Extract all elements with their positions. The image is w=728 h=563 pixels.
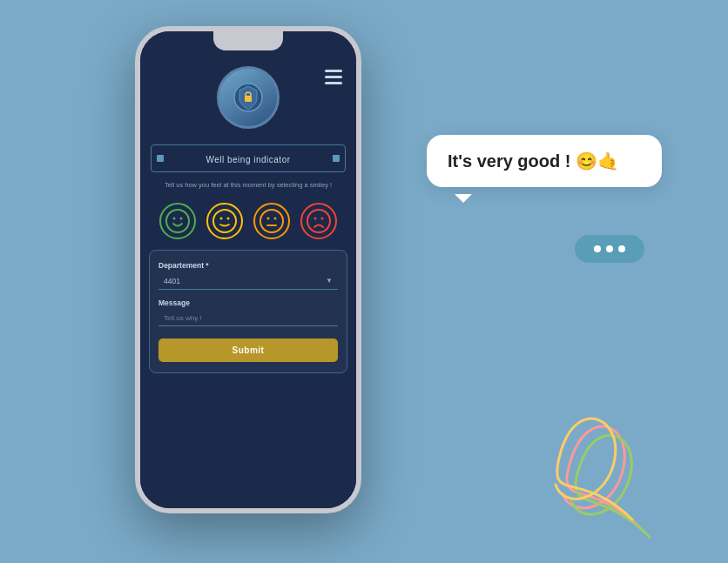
- avatar: [217, 66, 280, 129]
- svg-point-7: [220, 217, 223, 219]
- neutral-smile-face-icon: [212, 209, 237, 233]
- typing-indicator: [575, 235, 644, 263]
- svg-point-15: [321, 217, 324, 219]
- subtitle-text: Tell us how you feel at this moment by s…: [165, 181, 332, 191]
- svg-point-14: [314, 217, 317, 219]
- svg-point-4: [173, 217, 176, 219]
- svg-point-13: [307, 210, 330, 232]
- svg-point-8: [227, 217, 230, 219]
- speech-bubble-text: It's very good ! 😊🤙: [448, 151, 619, 171]
- message-label: Message: [158, 298, 338, 307]
- typing-dot-2: [606, 245, 613, 252]
- avatar-shield-icon: [233, 82, 264, 113]
- phone-notch: [213, 31, 283, 50]
- neutral-face-icon: [260, 209, 284, 233]
- emoji-sad[interactable]: [300, 203, 337, 239]
- title-banner-text: Well being indicator: [206, 155, 290, 164]
- sad-face-icon: [307, 209, 331, 233]
- form-area: Departement * 4401 ▼ Message Tell us why…: [149, 250, 347, 373]
- typing-dot-3: [618, 245, 625, 252]
- emoji-happy[interactable]: [159, 203, 196, 239]
- emoji-row: [159, 203, 337, 239]
- phone-screen: Well being indicator Tell us how you fee…: [140, 31, 356, 508]
- typing-dot-1: [594, 245, 601, 252]
- svg-point-9: [260, 210, 283, 232]
- happy-face-icon: [165, 209, 190, 233]
- speech-bubble: It's very good ! 😊🤙: [427, 135, 662, 187]
- emoji-neutral[interactable]: [253, 203, 290, 239]
- svg-point-3: [166, 210, 189, 232]
- svg-point-11: [274, 217, 277, 219]
- svg-point-10: [267, 217, 270, 219]
- svg-point-6: [213, 210, 236, 232]
- department-value: 4401: [164, 277, 180, 285]
- department-field[interactable]: 4401 ▼: [158, 273, 338, 290]
- background: [0, 0, 728, 563]
- dropdown-arrow-icon: ▼: [326, 277, 333, 285]
- emoji-neutral-smile[interactable]: [206, 203, 243, 239]
- menu-bar-1: [325, 70, 342, 72]
- menu-bar-2: [325, 76, 342, 78]
- svg-point-5: [180, 217, 183, 219]
- message-input[interactable]: Tell us why !: [158, 311, 338, 326]
- hamburger-menu-icon[interactable]: [325, 70, 342, 84]
- title-banner: Well being indicator: [151, 144, 346, 172]
- submit-button[interactable]: Submit: [158, 338, 338, 362]
- department-label: Departement *: [158, 261, 338, 270]
- phone-mockup: Well being indicator Tell us how you fee…: [135, 26, 361, 513]
- menu-bar-3: [325, 82, 342, 84]
- phone-header: [140, 57, 356, 136]
